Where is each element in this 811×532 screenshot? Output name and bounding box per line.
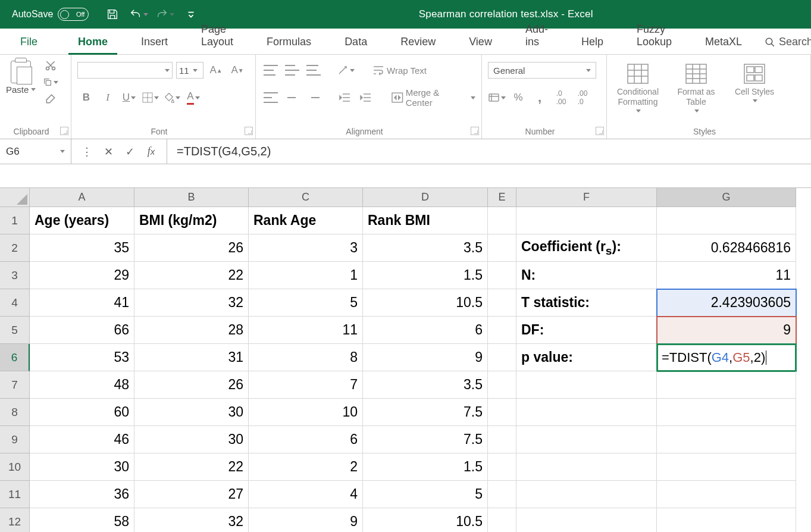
cell-B1[interactable]: BMI (kg/m2)	[134, 207, 249, 234]
cell-D10[interactable]: 1.5	[363, 453, 488, 481]
row-header-12[interactable]: 12	[0, 508, 30, 532]
cut-icon[interactable]	[43, 60, 58, 71]
cell-C12[interactable]: 9	[249, 508, 363, 532]
fill-color-icon[interactable]	[163, 89, 181, 106]
cell-C1[interactable]: Rank Age	[249, 207, 363, 234]
cell-E2[interactable]	[488, 234, 516, 262]
cell-C3[interactable]: 1	[249, 262, 363, 289]
cell-G10[interactable]	[657, 453, 796, 481]
cell-C2[interactable]: 3	[249, 234, 363, 262]
cell-B6[interactable]: 31	[134, 344, 249, 371]
row-header-3[interactable]: 3	[0, 262, 30, 289]
col-header-B[interactable]: B	[134, 188, 249, 207]
cell-B12[interactable]: 32	[134, 508, 249, 532]
row-header-6[interactable]: 6	[0, 344, 30, 371]
cell-G11[interactable]	[657, 481, 796, 508]
cell-D5[interactable]: 6	[363, 317, 488, 344]
cell-C5[interactable]: 11	[249, 317, 363, 344]
cell-G3[interactable]: 11	[657, 262, 796, 289]
col-header-D[interactable]: D	[363, 188, 488, 207]
cell-A5[interactable]: 66	[30, 317, 134, 344]
cell-D2[interactable]: 3.5	[363, 234, 488, 262]
cell-A8[interactable]: 60	[30, 399, 134, 426]
cell-F5[interactable]: DF:	[516, 317, 657, 344]
cell-E3[interactable]	[488, 262, 516, 289]
cell-D7[interactable]: 3.5	[363, 371, 488, 399]
cell-B4[interactable]: 32	[134, 289, 249, 317]
autosave-toggle[interactable]: AutoSave Off	[12, 8, 89, 21]
cell-D12[interactable]: 10.5	[363, 508, 488, 532]
align-top-icon[interactable]	[262, 62, 280, 79]
tab-review[interactable]: Review	[390, 30, 446, 54]
col-header-F[interactable]: F	[516, 188, 657, 207]
comma-icon[interactable]: ,	[531, 89, 549, 106]
cell-B9[interactable]: 30	[134, 426, 249, 453]
cell-F6[interactable]: p value:	[516, 344, 657, 371]
cell-C4[interactable]: 5	[249, 289, 363, 317]
align-middle-icon[interactable]	[283, 62, 301, 79]
dots-icon[interactable]: ⋮	[76, 145, 98, 158]
cell-E4[interactable]	[488, 289, 516, 317]
cell-A3[interactable]: 29	[30, 262, 134, 289]
italic-button[interactable]: I	[99, 89, 117, 106]
col-header-C[interactable]: C	[249, 188, 363, 207]
cell-E5[interactable]	[488, 317, 516, 344]
align-center-icon[interactable]	[283, 89, 300, 106]
cell-C7[interactable]: 7	[249, 371, 363, 399]
save-icon[interactable]	[103, 5, 122, 24]
cell-B5[interactable]: 28	[134, 317, 249, 344]
tab-add-ins[interactable]: Add-ins	[515, 17, 559, 54]
cell-E12[interactable]	[488, 508, 516, 532]
cell-E1[interactable]	[488, 207, 516, 234]
font-name-combo[interactable]	[77, 62, 173, 79]
cell-A7[interactable]: 48	[30, 371, 134, 399]
cell-E9[interactable]	[488, 426, 516, 453]
cell-C10[interactable]: 2	[249, 453, 363, 481]
tab-data[interactable]: Data	[334, 30, 378, 54]
insert-function-icon[interactable]: fx	[140, 145, 162, 158]
cell-D3[interactable]: 1.5	[363, 262, 488, 289]
align-right-icon[interactable]	[304, 89, 321, 106]
tab-view[interactable]: View	[458, 30, 503, 54]
copy-icon[interactable]	[43, 76, 58, 88]
row-header-2[interactable]: 2	[0, 234, 30, 262]
tab-fuzzy-lookup[interactable]: Fuzzy Lookup	[626, 17, 682, 54]
col-header-E[interactable]: E	[488, 188, 516, 207]
tab-page-layout[interactable]: Page Layout	[190, 17, 244, 54]
name-box[interactable]: G6	[0, 139, 71, 164]
cell-C11[interactable]: 4	[249, 481, 363, 508]
alignment-launcher-icon[interactable]	[471, 127, 479, 135]
number-launcher-icon[interactable]	[596, 127, 604, 135]
row-header-8[interactable]: 8	[0, 399, 30, 426]
row-header-5[interactable]: 5	[0, 317, 30, 344]
align-left-icon[interactable]	[262, 89, 279, 106]
cell-F7[interactable]	[516, 371, 657, 399]
align-bottom-icon[interactable]	[305, 62, 322, 79]
tab-insert[interactable]: Insert	[130, 30, 179, 54]
cell-G7[interactable]	[657, 371, 796, 399]
cell-G2[interactable]: 0.628466816	[657, 234, 796, 262]
search-button[interactable]: Search	[765, 30, 811, 54]
cell-A2[interactable]: 35	[30, 234, 134, 262]
cell-A4[interactable]: 41	[30, 289, 134, 317]
cell-E11[interactable]	[488, 481, 516, 508]
percent-icon[interactable]: %	[509, 89, 527, 106]
cell-A12[interactable]: 58	[30, 508, 134, 532]
cancel-formula-icon[interactable]: ✕	[98, 145, 119, 158]
cell-D4[interactable]: 10.5	[363, 289, 488, 317]
cell-A11[interactable]: 36	[30, 481, 134, 508]
tab-home[interactable]: Home	[67, 30, 118, 54]
cell-D9[interactable]: 7.5	[363, 426, 488, 453]
clipboard-launcher-icon[interactable]	[60, 127, 68, 135]
cell-G1[interactable]	[657, 207, 796, 234]
orientation-icon[interactable]	[337, 62, 355, 79]
increase-decimal-icon[interactable]: .0.00	[552, 89, 570, 106]
cell-F2[interactable]: Coefficient (rs):	[516, 234, 657, 262]
col-header-A[interactable]: A	[30, 188, 134, 207]
increase-indent-icon[interactable]	[356, 89, 374, 106]
cell-G12[interactable]	[657, 508, 796, 532]
row-header-11[interactable]: 11	[0, 481, 30, 508]
cell-F4[interactable]: T statistic:	[516, 289, 657, 317]
wrap-text-button[interactable]: Wrap Text	[372, 62, 427, 79]
tab-formulas[interactable]: Formulas	[256, 30, 322, 54]
